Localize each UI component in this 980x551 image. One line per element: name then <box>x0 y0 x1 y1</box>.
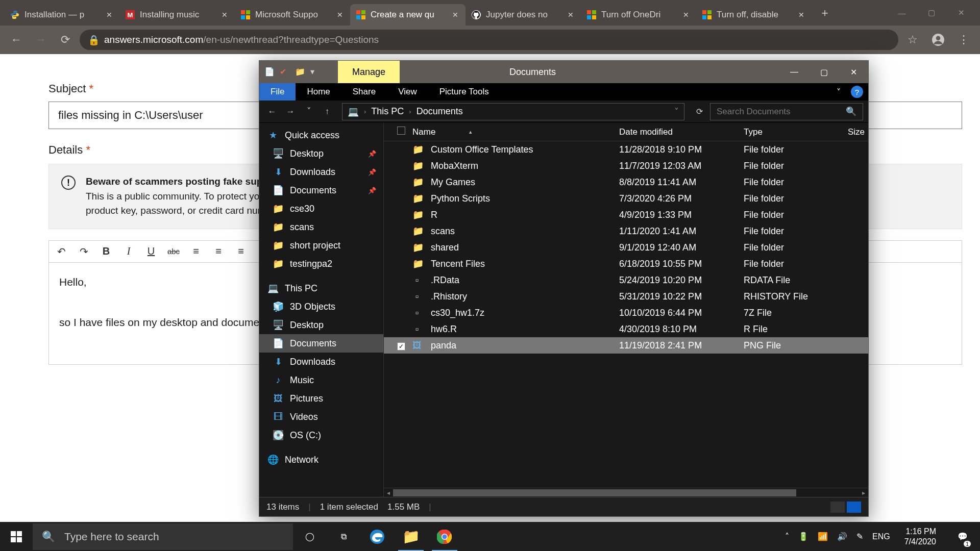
file-row[interactable]: 📁Tencent Files 6/18/2019 10:55 PM File f… <box>384 256 868 272</box>
sidebar-item[interactable]: 🖥️Desktop <box>259 316 383 334</box>
sidebar-quick-access[interactable]: ★Quick access <box>259 126 383 144</box>
nav-back-button[interactable]: ← <box>264 104 280 119</box>
new-tab-button[interactable]: ＋ <box>816 4 834 22</box>
pen-icon[interactable]: ✎ <box>856 532 863 541</box>
italic-button[interactable]: I <box>121 245 136 257</box>
minimize-button[interactable]: ― <box>887 3 917 23</box>
browser-tab[interactable]: MInstalling music✕ <box>119 4 235 26</box>
col-name[interactable]: Name▴ <box>408 127 615 137</box>
refresh-button[interactable]: ⟳ <box>692 107 707 116</box>
ribbon-tab[interactable]: Share <box>341 83 387 101</box>
sidebar-item[interactable]: 💽OS (C:) <box>259 426 383 444</box>
reload-button[interactable]: ⟳ <box>55 30 76 50</box>
taskbar-app-explorer[interactable]: 📁 <box>394 522 428 551</box>
browser-tab[interactable]: Microsoft Suppo✕ <box>235 4 350 26</box>
ribbon-tab[interactable]: File <box>259 83 296 101</box>
search-icon[interactable]: 🔍 <box>846 106 856 117</box>
file-row[interactable]: 📁scans 1/11/2020 1:41 AM File folder <box>384 223 868 239</box>
sidebar-item[interactable]: 📁short project <box>259 236 383 255</box>
strike-button[interactable]: abc <box>166 247 181 256</box>
sidebar-item[interactable]: 🖥️Desktop📌 <box>259 144 383 163</box>
taskbar-app-chrome[interactable] <box>428 522 461 551</box>
battery-icon[interactable]: 🔋 <box>798 532 808 541</box>
bold-button[interactable]: B <box>99 245 113 257</box>
nav-up-button[interactable]: ↑ <box>320 104 335 119</box>
align-center-button[interactable]: ≡ <box>211 245 226 257</box>
select-all-checkbox[interactable] <box>397 127 405 135</box>
breadcrumb-dropdown-icon[interactable]: ˅ <box>674 106 679 117</box>
browser-tab[interactable]: Create a new qu✕ <box>350 4 465 26</box>
sidebar-item[interactable]: 📄Documents <box>259 334 383 353</box>
qat-icon[interactable]: ✔ <box>280 67 290 77</box>
file-row[interactable]: 📁R 4/9/2019 1:33 PM File folder <box>384 207 868 223</box>
explorer-search-input[interactable]: Search Documents 🔍 <box>710 103 863 120</box>
row-checkbox[interactable]: ✓ <box>397 342 405 350</box>
file-row[interactable]: ▫cs30_hw1.7z 10/10/2019 6:44 PM 7Z File <box>384 305 868 321</box>
omnibox[interactable]: 🔒 answers.microsoft.com/en-us/newthread?… <box>80 30 898 50</box>
breadcrumb-segment[interactable]: This PC <box>371 106 404 117</box>
profile-avatar-icon[interactable] <box>928 30 948 50</box>
scroll-right-arrow[interactable]: ▸ <box>859 488 868 497</box>
forward-button[interactable]: → <box>31 30 51 50</box>
file-row[interactable]: ✓ 🖼panda 11/19/2018 2:41 PM PNG File <box>384 337 868 354</box>
sidebar-network[interactable]: 🌐Network <box>259 450 383 469</box>
undo-button[interactable]: ↶ <box>54 245 68 258</box>
tab-close-icon[interactable]: ✕ <box>220 11 229 19</box>
file-row[interactable]: 📁Custom Office Templates 11/28/2018 9:10… <box>384 141 868 158</box>
wifi-icon[interactable]: 📶 <box>818 532 828 541</box>
file-row[interactable]: 📁MobaXterm 11/7/2019 12:03 AM File folde… <box>384 158 868 174</box>
qat-icon[interactable]: 📁 <box>295 67 305 77</box>
qat-dropdown-icon[interactable]: ▾ <box>310 67 321 77</box>
tab-close-icon[interactable]: ✕ <box>797 11 805 19</box>
ribbon-tab[interactable]: Picture Tools <box>428 83 500 101</box>
scrollbar-thumb[interactable] <box>393 489 796 496</box>
view-icons-button[interactable] <box>847 502 861 513</box>
ribbon-tab[interactable]: View <box>387 83 428 101</box>
explorer-maximize-button[interactable]: ▢ <box>809 61 839 83</box>
tab-close-icon[interactable]: ✕ <box>567 11 575 19</box>
tab-close-icon[interactable]: ✕ <box>336 11 344 19</box>
horizontal-scrollbar[interactable]: ◂ ▸ <box>384 488 868 497</box>
tab-close-icon[interactable]: ✕ <box>105 11 113 19</box>
volume-icon[interactable]: 🔊 <box>837 532 847 541</box>
language-indicator[interactable]: ENG <box>872 532 890 541</box>
align-left-button[interactable]: ≡ <box>189 245 203 257</box>
file-row[interactable]: 📁My Games 8/8/2019 11:41 AM File folder <box>384 174 868 190</box>
bookmark-star-icon[interactable]: ☆ <box>902 30 923 50</box>
tab-close-icon[interactable]: ✕ <box>682 11 690 19</box>
chevron-right-icon[interactable]: › <box>409 108 411 115</box>
col-date[interactable]: Date modified <box>615 127 740 137</box>
browser-tab[interactable]: Jupyter does no✕ <box>465 4 581 26</box>
col-type[interactable]: Type <box>740 127 844 137</box>
taskbar-app-edge[interactable] <box>360 522 394 551</box>
taskbar-search-input[interactable]: 🔍 Type here to search <box>33 523 293 550</box>
align-right-button[interactable]: ≡ <box>234 245 248 257</box>
back-button[interactable]: ← <box>6 30 27 50</box>
maximize-button[interactable]: ▢ <box>917 3 946 23</box>
help-icon[interactable]: ? <box>851 86 863 98</box>
redo-button[interactable]: ↷ <box>77 245 91 258</box>
chevron-right-icon[interactable]: › <box>364 108 366 115</box>
breadcrumb-segment[interactable]: Documents <box>416 106 463 117</box>
sidebar-item[interactable]: 📄Documents📌 <box>259 181 383 199</box>
browser-tab[interactable]: Turn off, disable✕ <box>696 4 812 26</box>
file-row[interactable]: ▫.Rhistory 5/31/2019 10:22 PM RHISTORY F… <box>384 288 868 305</box>
explorer-titlebar[interactable]: 📄 ✔ 📁 ▾ Manage Documents ― ▢ ✕ <box>259 61 868 83</box>
col-size[interactable]: Size <box>844 127 868 137</box>
tab-close-icon[interactable]: ✕ <box>451 11 459 19</box>
browser-tab[interactable]: Turn off OneDri✕ <box>581 4 696 26</box>
clock[interactable]: 1:16 PM 7/4/2020 <box>899 527 941 546</box>
sidebar-item[interactable]: ⬇Downloads📌 <box>259 163 383 181</box>
cortana-button[interactable]: ◯ <box>293 522 327 551</box>
sidebar-item[interactable]: 🎞Videos <box>259 408 383 426</box>
qat-icon[interactable]: 📄 <box>264 67 275 77</box>
breadcrumb[interactable]: 💻 › This PC › Documents ˅ <box>342 103 684 120</box>
file-row[interactable]: ▫.RData 5/24/2019 10:20 PM RDATA File <box>384 272 868 288</box>
ribbon-collapse-icon[interactable]: ˅ <box>829 83 848 101</box>
ribbon-tab[interactable]: Home <box>296 83 341 101</box>
nav-forward-button[interactable]: → <box>283 104 298 119</box>
close-button[interactable]: ✕ <box>946 3 976 23</box>
start-button[interactable] <box>0 522 33 551</box>
sidebar-item[interactable]: 🧊3D Objects <box>259 297 383 316</box>
nav-recent-dropdown[interactable]: ˅ <box>301 104 316 119</box>
